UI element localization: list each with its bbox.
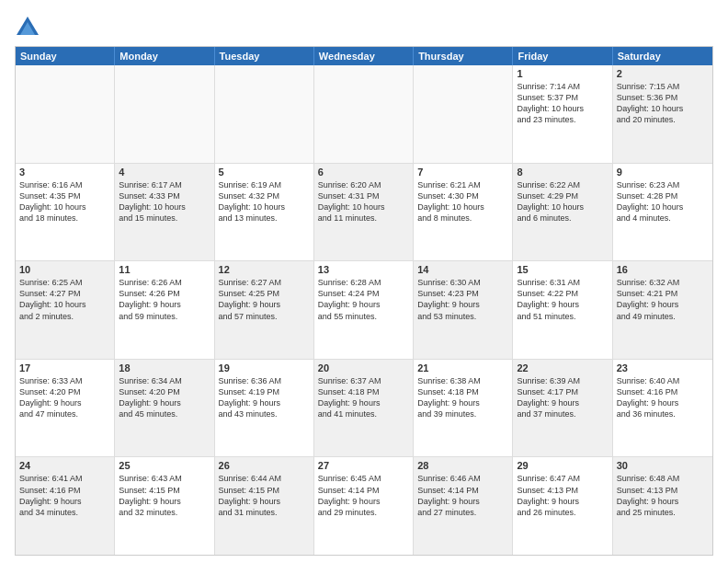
calendar-cell: 27Sunrise: 6:45 AM Sunset: 4:14 PM Dayli… bbox=[314, 457, 414, 555]
cell-sun-info: Sunrise: 7:14 AM Sunset: 5:37 PM Dayligh… bbox=[517, 81, 608, 126]
calendar-row-3: 17Sunrise: 6:33 AM Sunset: 4:20 PM Dayli… bbox=[16, 360, 712, 458]
day-number: 20 bbox=[318, 362, 409, 373]
calendar-cell bbox=[215, 65, 314, 163]
calendar-cell: 20Sunrise: 6:37 AM Sunset: 4:18 PM Dayli… bbox=[314, 360, 414, 457]
day-number: 15 bbox=[517, 264, 608, 275]
calendar-cell: 15Sunrise: 6:31 AM Sunset: 4:22 PM Dayli… bbox=[513, 261, 612, 359]
cell-sun-info: Sunrise: 6:48 AM Sunset: 4:13 PM Dayligh… bbox=[617, 473, 709, 518]
calendar-cell: 10Sunrise: 6:25 AM Sunset: 4:27 PM Dayli… bbox=[16, 261, 115, 359]
calendar-row-1: 3Sunrise: 6:16 AM Sunset: 4:35 PM Daylig… bbox=[16, 164, 712, 262]
day-number: 14 bbox=[417, 264, 508, 275]
calendar-row-0: 1Sunrise: 7:14 AM Sunset: 5:37 PM Daylig… bbox=[16, 65, 712, 164]
day-number: 7 bbox=[417, 167, 508, 178]
cell-sun-info: Sunrise: 6:38 AM Sunset: 4:18 PM Dayligh… bbox=[417, 375, 508, 420]
cell-sun-info: Sunrise: 6:45 AM Sunset: 4:14 PM Dayligh… bbox=[318, 473, 409, 518]
calendar-cell: 3Sunrise: 6:16 AM Sunset: 4:35 PM Daylig… bbox=[16, 164, 115, 261]
day-number: 10 bbox=[19, 264, 110, 275]
calendar-cell: 14Sunrise: 6:30 AM Sunset: 4:23 PM Dayli… bbox=[414, 261, 513, 359]
calendar-header-sunday: Sunday bbox=[16, 47, 115, 65]
day-number: 27 bbox=[318, 460, 409, 471]
cell-sun-info: Sunrise: 6:19 AM Sunset: 4:32 PM Dayligh… bbox=[219, 179, 310, 224]
calendar-cell bbox=[115, 65, 214, 163]
header bbox=[15, 11, 713, 40]
calendar-cell: 7Sunrise: 6:21 AM Sunset: 4:30 PM Daylig… bbox=[414, 164, 513, 261]
calendar-body: 1Sunrise: 7:14 AM Sunset: 5:37 PM Daylig… bbox=[16, 65, 712, 555]
day-number: 5 bbox=[219, 167, 310, 178]
cell-sun-info: Sunrise: 6:46 AM Sunset: 4:14 PM Dayligh… bbox=[417, 473, 508, 518]
calendar-row-4: 24Sunrise: 6:41 AM Sunset: 4:16 PM Dayli… bbox=[16, 457, 712, 555]
cell-sun-info: Sunrise: 6:33 AM Sunset: 4:20 PM Dayligh… bbox=[19, 375, 110, 420]
cell-sun-info: Sunrise: 6:36 AM Sunset: 4:19 PM Dayligh… bbox=[219, 375, 310, 420]
cell-sun-info: Sunrise: 6:28 AM Sunset: 4:24 PM Dayligh… bbox=[318, 277, 409, 322]
cell-sun-info: Sunrise: 6:39 AM Sunset: 4:17 PM Dayligh… bbox=[517, 375, 608, 420]
calendar-header-friday: Friday bbox=[513, 47, 612, 65]
cell-sun-info: Sunrise: 6:22 AM Sunset: 4:29 PM Dayligh… bbox=[517, 179, 608, 224]
calendar-cell: 17Sunrise: 6:33 AM Sunset: 4:20 PM Dayli… bbox=[16, 360, 115, 457]
day-number: 26 bbox=[219, 460, 310, 471]
calendar-cell: 6Sunrise: 6:20 AM Sunset: 4:31 PM Daylig… bbox=[314, 164, 414, 261]
calendar-header-wednesday: Wednesday bbox=[314, 47, 414, 65]
day-number: 2 bbox=[617, 68, 709, 79]
calendar-header-monday: Monday bbox=[115, 47, 214, 65]
cell-sun-info: Sunrise: 6:34 AM Sunset: 4:20 PM Dayligh… bbox=[119, 375, 210, 420]
calendar-cell: 1Sunrise: 7:14 AM Sunset: 5:37 PM Daylig… bbox=[513, 65, 612, 163]
calendar-cell: 9Sunrise: 6:23 AM Sunset: 4:28 PM Daylig… bbox=[613, 164, 712, 261]
calendar-cell bbox=[16, 65, 115, 163]
day-number: 16 bbox=[617, 264, 709, 275]
calendar-cell bbox=[314, 65, 414, 163]
day-number: 9 bbox=[617, 167, 709, 178]
cell-sun-info: Sunrise: 6:21 AM Sunset: 4:30 PM Dayligh… bbox=[417, 179, 508, 224]
calendar-cell: 13Sunrise: 6:28 AM Sunset: 4:24 PM Dayli… bbox=[314, 261, 414, 359]
day-number: 6 bbox=[318, 167, 409, 178]
calendar-cell: 16Sunrise: 6:32 AM Sunset: 4:21 PM Dayli… bbox=[613, 261, 712, 359]
day-number: 25 bbox=[119, 460, 210, 471]
cell-sun-info: Sunrise: 6:27 AM Sunset: 4:25 PM Dayligh… bbox=[219, 277, 310, 322]
calendar-cell: 26Sunrise: 6:44 AM Sunset: 4:15 PM Dayli… bbox=[215, 457, 314, 555]
logo-icon bbox=[15, 15, 40, 40]
calendar-cell: 28Sunrise: 6:46 AM Sunset: 4:14 PM Dayli… bbox=[414, 457, 513, 555]
calendar: SundayMondayTuesdayWednesdayThursdayFrid… bbox=[15, 46, 713, 556]
day-number: 4 bbox=[119, 167, 210, 178]
cell-sun-info: Sunrise: 6:32 AM Sunset: 4:21 PM Dayligh… bbox=[617, 277, 709, 322]
cell-sun-info: Sunrise: 6:44 AM Sunset: 4:15 PM Dayligh… bbox=[219, 473, 310, 518]
calendar-cell: 5Sunrise: 6:19 AM Sunset: 4:32 PM Daylig… bbox=[215, 164, 314, 261]
page: SundayMondayTuesdayWednesdayThursdayFrid… bbox=[0, 0, 728, 563]
calendar-header-saturday: Saturday bbox=[613, 47, 712, 65]
calendar-cell: 29Sunrise: 6:47 AM Sunset: 4:13 PM Dayli… bbox=[513, 457, 612, 555]
day-number: 21 bbox=[417, 362, 508, 373]
day-number: 19 bbox=[219, 362, 310, 373]
calendar-cell: 2Sunrise: 7:15 AM Sunset: 5:36 PM Daylig… bbox=[613, 65, 712, 163]
cell-sun-info: Sunrise: 6:31 AM Sunset: 4:22 PM Dayligh… bbox=[517, 277, 608, 322]
cell-sun-info: Sunrise: 6:20 AM Sunset: 4:31 PM Dayligh… bbox=[318, 179, 409, 224]
logo bbox=[15, 15, 44, 40]
calendar-cell: 18Sunrise: 6:34 AM Sunset: 4:20 PM Dayli… bbox=[115, 360, 214, 457]
cell-sun-info: Sunrise: 6:41 AM Sunset: 4:16 PM Dayligh… bbox=[19, 473, 110, 518]
cell-sun-info: Sunrise: 7:15 AM Sunset: 5:36 PM Dayligh… bbox=[617, 81, 709, 126]
calendar-cell: 25Sunrise: 6:43 AM Sunset: 4:15 PM Dayli… bbox=[115, 457, 214, 555]
day-number: 11 bbox=[119, 264, 210, 275]
cell-sun-info: Sunrise: 6:40 AM Sunset: 4:16 PM Dayligh… bbox=[617, 375, 709, 420]
calendar-cell: 11Sunrise: 6:26 AM Sunset: 4:26 PM Dayli… bbox=[115, 261, 214, 359]
calendar-header-tuesday: Tuesday bbox=[215, 47, 314, 65]
cell-sun-info: Sunrise: 6:23 AM Sunset: 4:28 PM Dayligh… bbox=[617, 179, 709, 224]
day-number: 18 bbox=[119, 362, 210, 373]
calendar-cell: 8Sunrise: 6:22 AM Sunset: 4:29 PM Daylig… bbox=[513, 164, 612, 261]
calendar-cell: 23Sunrise: 6:40 AM Sunset: 4:16 PM Dayli… bbox=[613, 360, 712, 457]
cell-sun-info: Sunrise: 6:43 AM Sunset: 4:15 PM Dayligh… bbox=[119, 473, 210, 518]
day-number: 22 bbox=[517, 362, 608, 373]
calendar-cell bbox=[414, 65, 513, 163]
calendar-row-2: 10Sunrise: 6:25 AM Sunset: 4:27 PM Dayli… bbox=[16, 261, 712, 360]
day-number: 29 bbox=[517, 460, 608, 471]
cell-sun-info: Sunrise: 6:37 AM Sunset: 4:18 PM Dayligh… bbox=[318, 375, 409, 420]
calendar-cell: 21Sunrise: 6:38 AM Sunset: 4:18 PM Dayli… bbox=[414, 360, 513, 457]
calendar-header-row: SundayMondayTuesdayWednesdayThursdayFrid… bbox=[16, 47, 712, 65]
calendar-cell: 30Sunrise: 6:48 AM Sunset: 4:13 PM Dayli… bbox=[613, 457, 712, 555]
day-number: 3 bbox=[19, 167, 110, 178]
day-number: 12 bbox=[219, 264, 310, 275]
day-number: 23 bbox=[617, 362, 709, 373]
calendar-cell: 4Sunrise: 6:17 AM Sunset: 4:33 PM Daylig… bbox=[115, 164, 214, 261]
cell-sun-info: Sunrise: 6:30 AM Sunset: 4:23 PM Dayligh… bbox=[417, 277, 508, 322]
day-number: 24 bbox=[19, 460, 110, 471]
calendar-cell: 24Sunrise: 6:41 AM Sunset: 4:16 PM Dayli… bbox=[16, 457, 115, 555]
day-number: 8 bbox=[517, 167, 608, 178]
